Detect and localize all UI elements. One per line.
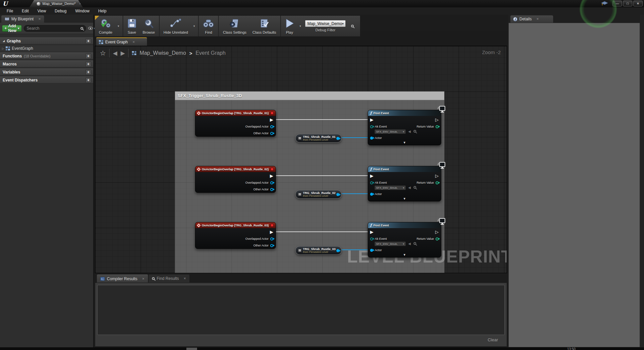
event-graph-canvas[interactable]: SFX_Trigger_Shrub_Rustle_3D LEVEL BLUEPR… (95, 46, 507, 273)
section-macros[interactable]: Macros + (0, 60, 93, 67)
class-defaults-button[interactable]: Class Defaults (251, 17, 278, 35)
back-arrow-icon[interactable]: ◀ (113, 50, 117, 57)
overlapped-actor-pin[interactable] (270, 125, 273, 128)
menu-window[interactable]: Window (71, 8, 94, 14)
return-value-pin-row[interactable]: Return Value (417, 125, 439, 128)
save-button[interactable]: Save (126, 17, 138, 35)
section-functions[interactable]: Functions (18 Overridable) + (0, 52, 93, 59)
on-actor-begin-overlap-node[interactable]: OnActorBeginOverlap (TRG_Shrub_Rustle_02… (195, 166, 276, 193)
ak-event-pin-row[interactable]: Ak Event (370, 125, 387, 128)
ak-event-dropdown[interactable]: SFX_ENV_Shrub, ▾ (374, 241, 406, 246)
event-node-header[interactable]: OnActorBeginOverlap (TRG_Shrub_Rustle_02… (195, 166, 276, 172)
play-options-caret-icon[interactable]: ▾ (299, 24, 302, 28)
other-actor-pin-row[interactable]: Other Actor (253, 244, 273, 247)
post-event-node[interactable]: ƒ Post Event ▶ ▷ Ak Event Return Value S… (368, 222, 441, 257)
expand-icon[interactable]: ◢ (3, 39, 5, 42)
tab-event-graph[interactable]: Event Graph ✕ (96, 37, 147, 46)
actor-pin-row[interactable]: Actor (370, 136, 382, 140)
return-value-pin-row[interactable]: Return Value (417, 237, 439, 240)
exec-input-pin[interactable]: ▶ (370, 118, 373, 122)
add-macro-button[interactable]: + (86, 61, 91, 67)
taskbar-item[interactable] (186, 348, 197, 350)
overlapped-actor-pin-row[interactable]: Overlapped Actor (245, 237, 273, 240)
actor-input-pin[interactable] (370, 249, 373, 252)
actor-pin-row[interactable]: Actor (370, 192, 382, 196)
add-event-dispatcher-button[interactable]: + (86, 77, 91, 83)
exec-output-pin[interactable]: ▷ (435, 174, 439, 178)
advanced-pins-chevron-icon[interactable]: ▼ (403, 141, 406, 144)
actor-input-pin[interactable] (370, 193, 373, 196)
app-tab[interactable]: Map_Wwise_Demo* ✕ (29, 0, 83, 7)
ak-event-pin-row[interactable]: Ak Event (370, 237, 387, 240)
exec-output-pin[interactable]: ▷ (435, 118, 439, 122)
other-actor-pin-row[interactable]: Other Actor (253, 188, 273, 191)
blueprint-search-box[interactable] (24, 25, 86, 32)
advanced-pins-chevron-icon[interactable]: ▼ (403, 253, 406, 256)
add-new-button[interactable]: + Add New ▾ (2, 25, 22, 32)
app-tab-close-icon[interactable]: ✕ (79, 2, 82, 5)
overlapped-actor-pin-row[interactable]: Overlapped Actor (245, 125, 273, 128)
post-event-header[interactable]: ƒ Post Event (368, 166, 441, 172)
exec-input-pin[interactable]: ▶ (370, 174, 373, 178)
tree-item-eventgraph[interactable]: ▷ EventGraph (0, 45, 93, 51)
other-actor-pin[interactable] (270, 244, 273, 247)
search-input[interactable] (27, 26, 78, 31)
ak-event-pin-row[interactable]: Ak Event (370, 181, 387, 184)
play-button[interactable]: Play (284, 17, 296, 35)
my-blueprint-tab-close-icon[interactable]: ✕ (38, 17, 41, 21)
ak-event-pin[interactable] (370, 237, 373, 240)
breadcrumb-root[interactable]: Map_Wwise_Demo (140, 50, 186, 56)
variable-output-pin[interactable] (336, 137, 339, 140)
actor-pin-row[interactable]: Actor (370, 248, 382, 252)
exec-output-pin[interactable]: ▶ (270, 230, 273, 234)
on-actor-begin-overlap-node[interactable]: OnActorBeginOverlap (TRG_Shrub_Rustle_03… (195, 222, 276, 249)
trigger-variable-node[interactable]: TRG_Shrub_Rustle_03 from Persistent Leve… (295, 246, 342, 255)
post-event-node[interactable]: ƒ Post Event ▶ ▷ Ak Event Return Value S… (368, 166, 441, 201)
add-graph-button[interactable]: + (86, 38, 91, 44)
browse-asset-icon[interactable] (414, 242, 416, 245)
ak-event-pin[interactable] (370, 181, 373, 184)
return-value-pin[interactable] (436, 237, 439, 240)
find-results-close-icon[interactable]: ✕ (184, 277, 186, 280)
advanced-pins-chevron-icon[interactable]: ▼ (403, 197, 406, 200)
exec-output-pin[interactable]: ▷ (435, 230, 439, 234)
debug-filter-dropdown[interactable]: Map_Wwise_Demo ▾ (305, 20, 346, 27)
variable-output-pin[interactable] (336, 193, 339, 196)
other-actor-pin[interactable] (270, 132, 273, 135)
favorite-star-icon[interactable]: ☆ (100, 49, 106, 57)
compile-options-caret-icon[interactable]: ▾ (117, 24, 120, 28)
restore-button[interactable]: □ (623, 1, 632, 6)
trigger-variable-node[interactable]: TRG_Shrub_Rustle_01 from Persistent Leve… (295, 134, 342, 143)
browse-asset-icon[interactable] (414, 130, 416, 133)
tab-my-blueprint[interactable]: My Blueprint ✕ (1, 15, 44, 23)
overlapped-actor-pin-row[interactable]: Overlapped Actor (245, 181, 273, 184)
on-actor-begin-overlap-node[interactable]: OnActorBeginOverlap (TRG_Shrub_Rustle_01… (195, 110, 276, 137)
compiler-results-output[interactable] (97, 285, 505, 335)
menu-debug[interactable]: Debug (51, 8, 70, 14)
hide-unrelated-caret-icon[interactable]: ▾ (193, 24, 196, 28)
collapse-arrow-icon[interactable]: ▷ (2, 47, 4, 50)
other-actor-pin[interactable] (270, 188, 273, 191)
details-tab-close-icon[interactable]: ✕ (536, 17, 539, 21)
trigger-variable-node[interactable]: TRG_Shrub_Rustle_02 from Persistent Leve… (295, 190, 342, 199)
compiler-results-close-icon[interactable]: ✕ (142, 277, 145, 281)
reset-to-default-icon[interactable]: ◀ (408, 186, 411, 189)
ak-event-dropdown[interactable]: SFX_ENV_Shrub, ▾ (374, 185, 406, 190)
compile-button[interactable]: Compile (98, 17, 114, 35)
reset-to-default-icon[interactable]: ◀ (408, 130, 411, 133)
reset-to-default-icon[interactable]: ◀ (408, 242, 411, 245)
other-actor-pin-row[interactable]: Other Actor (253, 132, 273, 135)
tutorial-cap-icon[interactable] (601, 1, 608, 6)
post-event-header[interactable]: ƒ Post Event (368, 110, 441, 116)
browse-button[interactable]: Browse (141, 17, 156, 35)
ak-event-dropdown[interactable]: SFX_ENV_Shrub, ▾ (374, 129, 406, 134)
return-value-pin[interactable] (436, 181, 439, 184)
menu-help[interactable]: Help (94, 8, 111, 14)
post-event-header[interactable]: ƒ Post Event (368, 222, 441, 228)
add-variable-button[interactable]: + (86, 69, 91, 75)
ak-event-pin[interactable] (370, 125, 373, 128)
post-event-node[interactable]: ƒ Post Event ▶ ▷ Ak Event Return Value S… (368, 110, 441, 145)
forward-arrow-icon[interactable]: ▶ (121, 50, 125, 57)
add-function-button[interactable]: + (86, 53, 91, 59)
class-settings-button[interactable]: Class Settings (221, 17, 248, 35)
